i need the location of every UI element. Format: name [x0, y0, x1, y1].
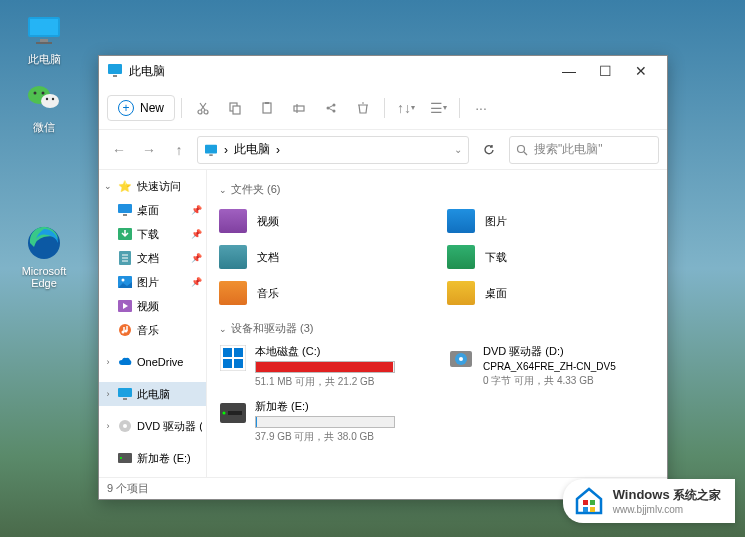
house-icon	[573, 485, 605, 517]
wechat-icon	[26, 80, 62, 116]
view-button[interactable]: ☰ ▾	[423, 93, 453, 123]
sidebar-item-new-volume[interactable]: 新加卷 (E:)	[99, 446, 206, 470]
svg-rect-2	[40, 39, 48, 42]
windows-drive-icon	[219, 344, 247, 372]
svg-point-5	[41, 94, 59, 108]
folder-item-desktop[interactable]: 桌面	[447, 277, 655, 309]
delete-button[interactable]	[348, 93, 378, 123]
sidebar-item-music[interactable]: 音乐	[99, 318, 206, 342]
search-placeholder: 搜索"此电脑"	[534, 141, 603, 158]
chevron-right-icon[interactable]: ›	[103, 357, 113, 367]
sidebar-item-documents[interactable]: 文档 📌	[99, 246, 206, 270]
svg-point-39	[122, 331, 125, 334]
group-header-drives[interactable]: ⌄ 设备和驱动器 (3)	[219, 321, 655, 336]
desktop-icon-edge[interactable]: Microsoft Edge	[14, 225, 74, 289]
more-button[interactable]: ···	[466, 93, 496, 123]
folder-item-pictures[interactable]: 图片	[447, 205, 655, 237]
drive-item-c[interactable]: 本地磁盘 (C:) 51.1 MB 可用，共 21.2 GB	[219, 344, 427, 389]
svg-rect-25	[209, 154, 212, 156]
svg-point-9	[52, 98, 54, 100]
chevron-right-icon[interactable]: ›	[103, 421, 113, 431]
usage-bar	[255, 416, 395, 428]
svg-point-26	[518, 145, 525, 152]
folder-item-downloads[interactable]: 下载	[447, 241, 655, 273]
svg-rect-16	[233, 106, 240, 114]
chevron-down-icon[interactable]: ⌄	[103, 181, 113, 191]
cloud-icon	[117, 354, 133, 370]
svg-rect-60	[583, 500, 588, 505]
hdd-icon	[219, 399, 247, 427]
svg-point-40	[125, 330, 128, 333]
sidebar: ⌄ ⭐ 快速访问 桌面 📌 下载 📌 文档 📌 图片	[99, 170, 207, 477]
up-button[interactable]: ↑	[167, 138, 191, 162]
back-button[interactable]: ←	[107, 138, 131, 162]
new-label: New	[140, 101, 164, 115]
desktop-icon	[117, 202, 133, 218]
edge-icon	[26, 225, 62, 261]
folder-item-music[interactable]: 音乐	[219, 277, 427, 309]
pin-icon: 📌	[191, 277, 202, 287]
svg-rect-29	[123, 214, 127, 216]
video-icon	[117, 298, 133, 314]
chevron-down-icon[interactable]: ⌄	[454, 144, 462, 155]
drive-item-dvd[interactable]: DVD 驱动器 (D:) CPRA_X64FRE_ZH-CN_DV5 0 字节 …	[447, 344, 655, 389]
forward-button[interactable]: →	[137, 138, 161, 162]
svg-point-13	[198, 110, 202, 114]
svg-rect-24	[205, 144, 217, 153]
separator	[181, 98, 182, 118]
svg-rect-18	[265, 102, 269, 104]
separator	[459, 98, 460, 118]
breadcrumb-item[interactable]: 此电脑	[234, 141, 270, 158]
sidebar-item-onedrive[interactable]: › OneDrive	[99, 350, 206, 374]
copy-button[interactable]	[220, 93, 250, 123]
desktop-icon-label: Microsoft Edge	[14, 265, 74, 289]
breadcrumb-sep: ›	[224, 143, 228, 157]
desktop-icon-this-pc[interactable]: 此电脑	[14, 12, 74, 67]
sidebar-item-videos[interactable]: 视频	[99, 294, 206, 318]
pin-icon: 📌	[191, 229, 202, 239]
sidebar-item-dvd[interactable]: › DVD 驱动器 (	[99, 414, 206, 438]
share-button[interactable]	[316, 93, 346, 123]
desktop-icon-wechat[interactable]: 微信	[14, 80, 74, 135]
disc-icon	[117, 418, 133, 434]
pin-icon: 📌	[191, 205, 202, 215]
folder-item-documents[interactable]: 文档	[219, 241, 427, 273]
paste-button[interactable]	[252, 93, 282, 123]
refresh-button[interactable]	[475, 136, 503, 164]
sidebar-item-downloads[interactable]: 下载 📌	[99, 222, 206, 246]
svg-point-46	[120, 457, 122, 459]
rename-button[interactable]	[284, 93, 314, 123]
address-bar[interactable]: › 此电脑 › ⌄	[197, 136, 469, 164]
sidebar-item-this-pc[interactable]: › 此电脑	[99, 382, 206, 406]
sidebar-item-quick-access[interactable]: ⌄ ⭐ 快速访问	[99, 174, 206, 198]
minimize-button[interactable]: —	[551, 57, 587, 85]
plus-icon: +	[118, 100, 134, 116]
svg-point-7	[42, 92, 45, 95]
drive-item-e[interactable]: 新加卷 (E:) 37.9 GB 可用，共 38.0 GB	[219, 399, 427, 444]
watermark: Windows 系统之家 www.bjjmlv.com	[563, 479, 735, 523]
sort-button[interactable]: ↑↓ ▾	[391, 93, 421, 123]
maximize-button[interactable]: ☐	[587, 57, 623, 85]
folder-icon	[447, 245, 475, 269]
svg-line-27	[524, 152, 527, 155]
chevron-down-icon: ⌄	[219, 324, 227, 334]
svg-rect-28	[118, 204, 132, 213]
cut-button[interactable]	[188, 93, 218, 123]
search-input[interactable]: 搜索"此电脑"	[509, 136, 659, 164]
sidebar-item-desktop[interactable]: 桌面 📌	[99, 198, 206, 222]
sidebar-item-pictures[interactable]: 图片 📌	[99, 270, 206, 294]
folder-icon	[447, 209, 475, 233]
group-header-folders[interactable]: ⌄ 文件夹 (6)	[219, 182, 655, 197]
svg-point-58	[223, 412, 226, 415]
svg-rect-12	[113, 75, 117, 77]
new-button[interactable]: + New	[107, 95, 175, 121]
svg-rect-17	[263, 103, 271, 113]
close-button[interactable]: ✕	[623, 57, 659, 85]
chevron-right-icon[interactable]: ›	[103, 389, 113, 399]
svg-point-44	[123, 424, 127, 428]
titlebar[interactable]: 此电脑 — ☐ ✕	[99, 56, 667, 86]
svg-point-6	[34, 92, 37, 95]
download-icon	[117, 226, 133, 242]
folder-item-videos[interactable]: 视频	[219, 205, 427, 237]
svg-rect-42	[123, 398, 127, 400]
